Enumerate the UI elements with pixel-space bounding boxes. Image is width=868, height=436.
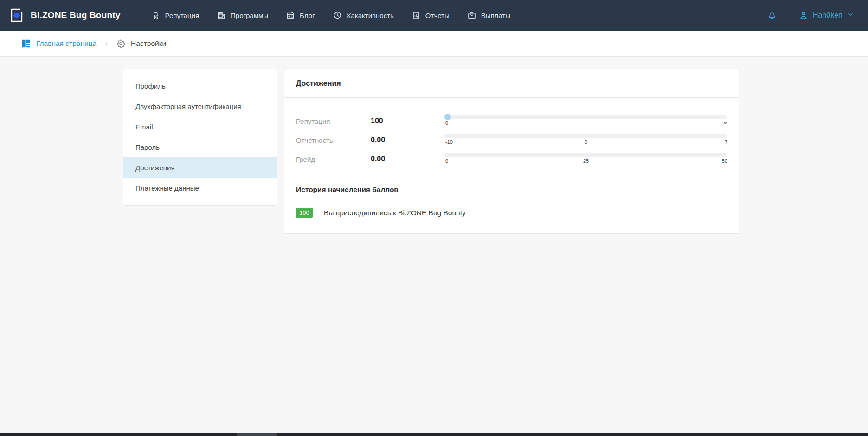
- sidebar-item-label: Email: [135, 123, 153, 131]
- chevron-down-icon: [847, 11, 854, 18]
- sidebar-item-label: Профиль: [135, 82, 166, 90]
- tick-max: 7: [725, 139, 727, 145]
- bizone-logo-icon: [8, 7, 25, 24]
- reporting-slider: -10 0 7: [444, 134, 727, 146]
- history-entry-text: Вы присоединились к Bi.ZONE Bug Bounty: [324, 209, 466, 217]
- metric-row-grade: Грейд 0.00 0 25 50: [296, 150, 727, 168]
- sidebar-item-password[interactable]: Пароль: [123, 137, 277, 157]
- wallet-icon: [467, 11, 476, 20]
- nav-item-label: Блог: [300, 12, 315, 19]
- card-bottom-padding: [284, 222, 739, 233]
- metric-row-reporting: Отчетность 0.00 -10 0 7: [296, 131, 727, 149]
- slider-ticks: 0 ∞: [444, 120, 727, 127]
- sidebar-item-label: Достижения: [135, 164, 175, 172]
- sidebar-item-label: Пароль: [135, 143, 160, 151]
- user-icon: [798, 10, 809, 20]
- metric-row-reputation: Репутация 100 0 ∞: [296, 112, 727, 130]
- main-nav: Репутация Программы Блог: [151, 11, 510, 20]
- breadcrumb-current-label: Настройки: [131, 39, 166, 48]
- nav-item-label: Хакактивность: [347, 12, 394, 19]
- metric-label: Репутация: [296, 117, 371, 125]
- report-icon: [411, 11, 421, 20]
- grade-slider: 0 25 50: [444, 153, 727, 165]
- blog-icon: [286, 11, 295, 20]
- panel-title: Достижения: [284, 69, 739, 98]
- achievements-panel: Достижения Репутация 100 0 ∞ Отчетность …: [284, 69, 739, 234]
- nav-item-reports[interactable]: Отчеты: [411, 11, 450, 20]
- bell-icon: [767, 10, 777, 20]
- nav-item-programs[interactable]: Программы: [217, 11, 268, 20]
- medal-icon: [151, 11, 161, 20]
- notifications-button[interactable]: [767, 10, 777, 20]
- sidebar-item-label: Платежные данные: [135, 184, 199, 192]
- breadcrumb-home-label: Главная страница: [36, 39, 96, 48]
- tick-min: 0: [445, 158, 448, 164]
- breadcrumb: Главная страница Настройки: [0, 31, 868, 57]
- slider-ticks: 0 25 50: [444, 158, 727, 165]
- tick-mid: 0: [585, 139, 587, 145]
- nav-item-blog[interactable]: Блог: [286, 11, 315, 20]
- gear-icon: [116, 38, 126, 48]
- nav-item-label: Отчеты: [425, 12, 450, 19]
- dashboard-icon: [21, 38, 31, 49]
- breadcrumb-separator: [103, 41, 109, 46]
- settings-sidebar: Профиль Двухфакторная аутентификация Ema…: [123, 69, 277, 206]
- tick-max: 50: [722, 158, 727, 164]
- brand-logo[interactable]: BI.ZONE Bug Bounty: [8, 7, 121, 24]
- brand-title: BI.ZONE Bug Bounty: [31, 10, 121, 20]
- nav-item-label: Репутация: [165, 12, 199, 19]
- scrollbar-thumb[interactable]: [237, 433, 277, 436]
- metric-value: 0.00: [371, 136, 444, 144]
- history-title: История начисления баллов: [296, 186, 727, 194]
- chevron-right-icon: [103, 41, 109, 46]
- sidebar-item-email[interactable]: Email: [123, 116, 277, 137]
- tick-mid: 25: [583, 158, 589, 164]
- sidebar-item-profile[interactable]: Профиль: [123, 76, 277, 96]
- history-entry: 100 Вы присоединились к Bi.ZONE Bug Boun…: [296, 208, 727, 222]
- metric-label: Отчетность: [296, 136, 371, 144]
- tick-min: 0: [445, 120, 448, 126]
- nav-item-hackactivity[interactable]: Хакактивность: [333, 11, 394, 20]
- breadcrumb-current: Настройки: [116, 38, 166, 48]
- slider-ticks: -10 0 7: [444, 139, 727, 146]
- metrics-list: Репутация 100 0 ∞ Отчетность 0.00 -10 0: [284, 98, 739, 168]
- sidebar-item-label: Двухфакторная аутентификация: [135, 103, 241, 110]
- user-menu[interactable]: Han0ken: [798, 10, 854, 20]
- section-divider: [296, 174, 727, 174]
- sidebar-item-2fa[interactable]: Двухфакторная аутентификация: [123, 96, 277, 116]
- nav-item-label: Выплаты: [481, 12, 510, 19]
- metric-value: 100: [371, 117, 444, 125]
- breadcrumb-home-link[interactable]: Главная страница: [21, 38, 96, 49]
- metric-label: Грейд: [296, 155, 371, 163]
- nav-item-reputation[interactable]: Репутация: [151, 11, 199, 20]
- points-badge: 100: [296, 208, 313, 218]
- slider-track[interactable]: [444, 153, 727, 157]
- history-icon: [333, 11, 342, 20]
- reputation-slider: 0 ∞: [444, 115, 727, 127]
- bottom-bar: [0, 433, 868, 436]
- tick-min: -10: [445, 139, 453, 145]
- metric-value: 0.00: [371, 155, 444, 163]
- nav-item-label: Программы: [231, 12, 268, 19]
- slider-track[interactable]: [444, 115, 727, 119]
- slider-handle[interactable]: [444, 114, 451, 120]
- sidebar-item-payment-data[interactable]: Платежные данные: [123, 178, 277, 198]
- sidebar-item-achievements[interactable]: Достижения: [123, 157, 277, 178]
- nav-item-payments[interactable]: Выплаты: [467, 11, 510, 20]
- building-icon: [217, 11, 226, 20]
- tick-max: ∞: [724, 120, 727, 126]
- slider-track[interactable]: [444, 134, 727, 138]
- user-name: Han0ken: [813, 11, 842, 19]
- top-nav: BI.ZONE Bug Bounty Репутация Программы: [0, 0, 868, 31]
